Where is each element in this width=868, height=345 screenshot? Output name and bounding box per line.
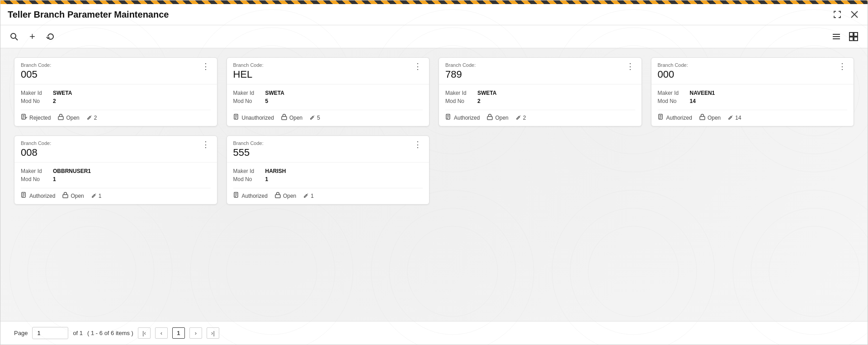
svg-rect-14 (282, 117, 287, 120)
prev-page-button[interactable]: ‹ (155, 327, 168, 339)
lock-status-text-008: Open (71, 193, 84, 199)
empty-slot-4 (651, 135, 854, 205)
card-footer-000: Authorized Open (658, 110, 848, 121)
list-view-button[interactable] (830, 30, 843, 43)
lock-status-text-005: Open (66, 115, 79, 121)
items-text: ( 1 - 6 of 6 items ) (87, 330, 133, 336)
last-page-button[interactable]: ›| (207, 327, 219, 339)
next-page-button[interactable]: › (189, 327, 202, 339)
card-body-000: Maker Id NAVEEN1 Mod No 14 (651, 84, 854, 126)
mod-count-value-005: 2 (94, 115, 97, 121)
card-fields-000: Maker Id NAVEEN1 Mod No 14 (658, 90, 848, 104)
card-HEL: Branch Code: HEL ⋮ Maker Id SWETA Mod No… (226, 57, 430, 126)
card-branch-info-008: Branch Code: 008 (21, 140, 51, 159)
auth-status-text-000: Authorized (666, 115, 692, 121)
lock-status-text-789: Open (495, 115, 508, 121)
card-555: Branch Code: 555 ⋮ Maker Id HARISH Mod N… (226, 135, 430, 205)
auth-status-005: Rejected (21, 114, 51, 121)
mod-no-label-HEL: Mod No (233, 98, 258, 104)
page-label: Page (14, 330, 28, 336)
first-page-button[interactable]: |‹ (138, 327, 151, 339)
edit-icon-008 (91, 192, 97, 200)
branch-label-555: Branch Code: (233, 140, 264, 146)
page-input[interactable] (32, 327, 68, 339)
maker-id-row-005: Maker Id SWETA (21, 90, 211, 96)
svg-rect-20 (63, 195, 68, 198)
auth-status-555: Authorized (233, 192, 268, 200)
of-text: of 1 (73, 330, 83, 336)
mod-no-value-005: 2 (53, 98, 56, 104)
mod-no-label-555: Mod No (233, 176, 258, 182)
lock-icon-005 (58, 114, 64, 121)
card-branch-info-789: Branch Code: 789 (445, 62, 476, 80)
card-menu-button-005[interactable]: ⋮ (201, 62, 211, 70)
card-fields-008: Maker Id OBBRNUSER1 Mod No 1 (21, 168, 211, 182)
maker-id-label-000: Maker Id (658, 90, 683, 96)
card-menu-button-HEL[interactable]: ⋮ (413, 62, 423, 70)
branch-code-789: 789 (445, 69, 476, 80)
expand-button[interactable] (831, 9, 843, 20)
mod-no-label-000: Mod No (658, 98, 683, 104)
lock-icon-555 (275, 192, 281, 200)
card-menu-button-008[interactable]: ⋮ (201, 140, 211, 149)
card-fields-005: Maker Id SWETA Mod No 2 (21, 90, 211, 104)
branch-code-000: 000 (658, 69, 688, 80)
mod-no-label-789: Mod No (445, 98, 470, 104)
toolbar: + (0, 25, 868, 48)
card-menu-button-555[interactable]: ⋮ (413, 140, 423, 149)
mod-count-000: 14 (728, 114, 741, 121)
cards-row-1: Branch Code: 005 ⋮ Maker Id SWETA Mod No… (14, 57, 854, 126)
mod-no-label-005: Mod No (21, 98, 46, 104)
mod-count-value-008: 1 (99, 193, 102, 199)
document-icon-789 (445, 114, 452, 121)
grid-view-button[interactable] (847, 30, 860, 43)
card-000: Branch Code: 000 ⋮ Maker Id NAVEEN1 Mod … (651, 57, 854, 126)
mod-count-005: 2 (87, 114, 97, 121)
edit-icon-555 (303, 192, 309, 200)
mod-no-row-000: Mod No 14 (658, 98, 848, 104)
auth-status-HEL: Unauthorized (233, 114, 274, 121)
mod-no-value-555: 1 (265, 176, 269, 182)
lock-status-text-HEL: Open (289, 115, 302, 121)
auth-status-789: Authorized (445, 114, 480, 121)
lock-status-000: Open (699, 114, 721, 121)
maker-id-value-008: OBBRNUSER1 (53, 168, 91, 174)
search-button[interactable] (8, 30, 20, 43)
card-branch-info-000: Branch Code: 000 (658, 62, 688, 80)
edit-icon-005 (87, 114, 93, 121)
auth-status-text-005: Rejected (29, 115, 51, 121)
card-789: Branch Code: 789 ⋮ Maker Id SWETA Mod No… (439, 57, 642, 126)
lock-icon-HEL (281, 114, 287, 121)
mod-no-value-008: 1 (53, 176, 56, 182)
lock-icon-000 (699, 114, 705, 121)
card-footer-005: Rejected Open (21, 110, 211, 121)
lock-status-text-000: Open (708, 115, 721, 121)
maker-id-label-HEL: Maker Id (233, 90, 258, 96)
maker-id-row-008: Maker Id OBBRNUSER1 (21, 168, 211, 174)
close-button[interactable] (849, 9, 860, 20)
edit-icon-789 (516, 114, 522, 121)
auth-status-text-008: Authorized (29, 193, 55, 199)
card-fields-555: Maker Id HARISH Mod No 1 (233, 168, 423, 182)
mod-count-value-HEL: 5 (317, 115, 320, 121)
maker-id-label-789: Maker Id (445, 90, 470, 96)
svg-line-3 (15, 38, 18, 40)
card-footer-008: Authorized Open (21, 188, 211, 200)
maker-id-value-789: SWETA (477, 90, 496, 96)
svg-rect-18 (700, 117, 705, 120)
card-menu-button-789[interactable]: ⋮ (625, 62, 635, 70)
current-page-button[interactable]: 1 (172, 327, 185, 339)
refresh-button[interactable] (44, 30, 57, 43)
svg-rect-8 (854, 33, 858, 36)
add-button[interactable]: + (28, 29, 37, 44)
document-icon-HEL (233, 114, 240, 121)
branch-code-555: 555 (233, 147, 264, 159)
card-body-789: Maker Id SWETA Mod No 2 (439, 84, 642, 126)
card-menu-button-000[interactable]: ⋮ (837, 62, 847, 70)
card-footer-HEL: Unauthorized Open (233, 110, 423, 121)
branch-label-HEL: Branch Code: (233, 62, 264, 68)
document-icon-008 (21, 192, 27, 200)
auth-status-000: Authorized (658, 114, 692, 121)
maker-id-label-005: Maker Id (21, 90, 46, 96)
mod-no-row-HEL: Mod No 5 (233, 98, 423, 104)
